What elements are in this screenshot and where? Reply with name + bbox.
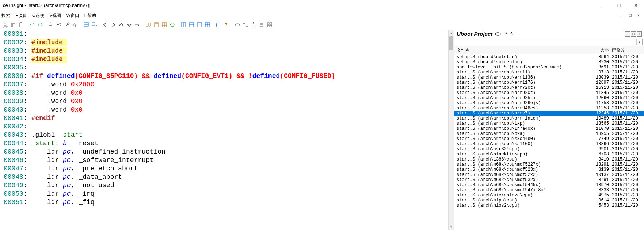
file-row[interactable]: start.S (arch\arm\cpu\arm925t)120602015/…: [454, 95, 644, 101]
file-row[interactable]: start.S (arch\m68k\cpu\mcf523x)81392015/…: [454, 167, 644, 172]
panel-close-button[interactable]: ×: [637, 31, 642, 37]
file-row[interactable]: start.S (arch\i386\cpu)34102015/11/20: [454, 157, 644, 162]
arrow-right-icon[interactable]: [110, 21, 117, 29]
svg-point-1: [6, 26, 7, 27]
layout1-icon[interactable]: [180, 21, 187, 29]
book-icon[interactable]: [153, 21, 160, 29]
svg-point-0: [3, 26, 4, 27]
paste-icon[interactable]: [18, 21, 25, 29]
copy-icon[interactable]: [9, 21, 17, 29]
file-row[interactable]: start.S (arch\arm\cpu\arm1136)130392015/…: [454, 75, 644, 80]
cut-icon[interactable]: [1, 21, 9, 29]
bookmark-icon[interactable]: [83, 21, 90, 29]
panel-minimize-button[interactable]: –: [625, 31, 630, 37]
list-icon[interactable]: [258, 21, 265, 29]
file-date: 2015/11/20: [609, 142, 642, 147]
file-name: start.S (arch\arm\cpu\arm1176): [457, 80, 588, 85]
file-name: start.S (arch\blackfin\cpu): [457, 152, 588, 157]
file-row[interactable]: start.S (arch\m68k\cpu\mcf547x_8x)833320…: [454, 188, 644, 193]
search-next-icon[interactable]: [56, 21, 63, 29]
minimize-button[interactable]: —: [597, 2, 607, 9]
file-row[interactable]: start.S (arch\arm\cpu\sa1100)108662015/1…: [454, 142, 644, 147]
code-editor[interactable]: 00031: 00032: #include 00033: #include 0…: [0, 30, 448, 230]
file-row[interactable]: start.S (arch\arm\cpu\arm946es)112582015…: [454, 106, 644, 111]
arrow-down-icon[interactable]: [126, 21, 133, 29]
braces-icon[interactable]: {}: [215, 21, 222, 29]
file-row[interactable]: start.S (arch\blackfin\cpu)67082015/11/2…: [454, 152, 644, 157]
book-open-icon[interactable]: [145, 21, 152, 29]
file-date: 2015/11/20: [609, 147, 642, 152]
grid-icon[interactable]: [266, 21, 273, 29]
file-row[interactable]: start.S (arch\arm\cpu\arm920t)113452015/…: [454, 90, 644, 95]
file-row[interactable]: start.S (arch\m68k\cpu\mcf5227x)13291201…: [454, 162, 644, 167]
file-row[interactable]: start.S (arch\nios2\cpu)54532015/11/20: [454, 203, 644, 208]
link-icon[interactable]: [234, 21, 241, 29]
editor-wrap: 00031: 00032: #include 00033: #include 0…: [0, 30, 454, 230]
close-button[interactable]: ✕: [631, 2, 641, 9]
file-row[interactable]: start.S (arch\arm\cpu\s3c44b0)77492015/1…: [454, 136, 644, 142]
file-row[interactable]: setup.S (board\netstar)85642015/11/20: [454, 54, 644, 60]
dropdown-icon[interactable]: ▼: [636, 39, 642, 45]
file-row[interactable]: start.S (arch\arm\cpu\armv7)122462015/11…: [454, 111, 644, 116]
file-row[interactable]: start.S (arch\arm\cpu\arm1176)128972015/…: [454, 80, 644, 85]
file-row[interactable]: start.S (arch\microblaze\cpu)49752015/11…: [454, 193, 644, 198]
arrow-left-icon[interactable]: [102, 21, 109, 29]
menu-window[interactable]: W窗口: [66, 12, 79, 19]
scroll-down-icon[interactable]: ▼: [449, 224, 454, 230]
undo-icon[interactable]: [28, 21, 36, 29]
file-row[interactable]: start.S (arch\arm\cpu\lh7a40x)110702015/…: [454, 126, 644, 131]
main-area: 00031: 00032: #include 00033: #include 0…: [0, 30, 644, 230]
menu-search[interactable]: 搜索: [1, 12, 10, 19]
arrow-up-icon[interactable]: [118, 21, 125, 29]
mdi-restore-button[interactable]: ❐: [627, 12, 633, 18]
editor-scrollbar[interactable]: ▲ ▼: [448, 30, 454, 230]
link-icon[interactable]: [495, 31, 501, 37]
file-row[interactable]: start.S (arch\arm\cpu\arm_intcm)10489201…: [454, 116, 644, 121]
mdi-minimize-button[interactable]: —: [619, 12, 625, 18]
menu-view[interactable]: V视图: [49, 12, 61, 19]
file-row[interactable]: start.S (arch\m68k\cpu\mcf532x)84912015/…: [454, 177, 644, 182]
redo-icon[interactable]: [37, 21, 44, 29]
file-row[interactable]: start.S (arch\m68k\cpu\mcf5445x)13970201…: [454, 182, 644, 188]
bookmark-next-icon[interactable]: [91, 21, 98, 29]
replace-icon[interactable]: xy: [72, 21, 79, 29]
search-icon[interactable]: [47, 21, 55, 29]
tree-icon[interactable]: [250, 21, 257, 29]
file-row[interactable]: start.S (arch\arm\cpu\pxa)139552015/11/2…: [454, 131, 644, 136]
mdi-close-button[interactable]: ✕: [635, 12, 641, 18]
file-row[interactable]: start.S (arch\arm\cpu\ixp)135652015/11/2…: [454, 121, 644, 126]
file-row[interactable]: start.S (arch\arm\cpu\arm11)97132015/11/…: [454, 70, 644, 75]
layout2-icon[interactable]: [188, 21, 195, 29]
refresh-icon[interactable]: [169, 21, 176, 29]
col-date[interactable]: 已修改: [609, 47, 642, 53]
help-icon[interactable]: ?: [223, 21, 230, 29]
panel-search-input[interactable]: ▼: [456, 39, 643, 45]
file-date: 2015/11/20: [609, 90, 642, 95]
panel-titlebar: Uboot Project *.S – □ ×: [454, 30, 644, 38]
file-row[interactable]: start.S (arch\mips\cpu)96142015/11/20: [454, 198, 644, 203]
file-row[interactable]: start.S (arch\avr32\cpu)69012015/11/20: [454, 147, 644, 152]
file-row[interactable]: start.S (arch\m68k\cpu\mcf52x2)101372015…: [454, 172, 644, 177]
layout3-icon[interactable]: [196, 21, 203, 29]
menu-project[interactable]: P项目: [15, 12, 27, 19]
table-icon[interactable]: [161, 21, 168, 29]
menu-options[interactable]: O选项: [32, 12, 44, 19]
file-list[interactable]: setup.S (board\netstar)85642015/11/20set…: [454, 54, 644, 230]
file-row[interactable]: start.S (arch\arm\cpu\arm926ejs)11758201…: [454, 101, 644, 106]
relation-icon[interactable]: [242, 21, 249, 29]
layout4-icon[interactable]: [204, 21, 211, 29]
scroll-thumb[interactable]: [449, 36, 453, 50]
panel-maximize-button[interactable]: □: [631, 31, 636, 37]
search-prev-icon[interactable]: [64, 21, 71, 29]
scroll-up-icon[interactable]: ▲: [449, 30, 454, 36]
file-size: 6708: [588, 152, 609, 157]
maximize-button[interactable]: □: [614, 2, 624, 9]
col-filename[interactable]: 文件名: [457, 47, 588, 53]
file-row[interactable]: setup.S (board\voiceblue)82302015/11/20: [454, 60, 644, 65]
col-size[interactable]: 大小: [588, 47, 609, 53]
file-row[interactable]: start.S (arch\arm\cpu\arm720t)159132015/…: [454, 85, 644, 90]
file-row[interactable]: spr_lowlevel_init.S (board\spear\common)…: [454, 65, 644, 70]
arrow-right2-icon[interactable]: [134, 21, 141, 29]
menu-help[interactable]: H帮助: [84, 12, 96, 19]
file-date: 2015/11/20: [609, 101, 642, 106]
